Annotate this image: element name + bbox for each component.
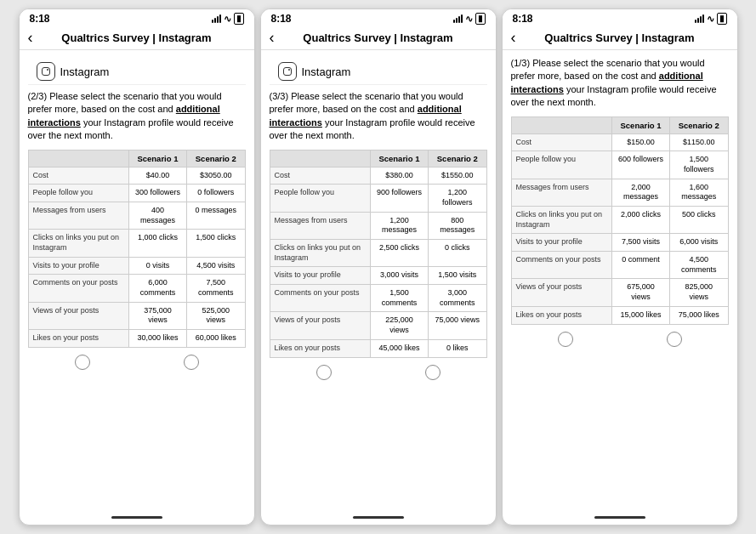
table-cell-6-0: Views of your posts xyxy=(270,312,370,339)
status-bar: 8:18 ∿ ▮ xyxy=(503,9,737,26)
table-cell-7-0: Likes on your posts xyxy=(511,306,612,324)
table-cell-0-2: $1150.00 xyxy=(670,134,728,151)
table-cell-2-2: 1,600 messages xyxy=(670,179,728,206)
radio-button-scenario1[interactable] xyxy=(316,365,332,380)
status-time: 8:18 xyxy=(513,13,533,25)
instagram-logo-inner xyxy=(42,67,50,76)
table-cell-3-0: Clicks on links you put on Instagram xyxy=(270,240,370,267)
table-cell-3-1: 1,000 clicks xyxy=(128,230,186,257)
radio-button-scenario1[interactable] xyxy=(558,332,573,347)
table-cell-5-0: Comments on your posts xyxy=(270,285,370,312)
nav-bar: ‹ Qualtrics Survey | Instagram xyxy=(503,26,737,50)
prompt-text: (3/3) Please select the scenario that yo… xyxy=(270,90,487,143)
prompt-bold: additional interactions xyxy=(270,104,462,127)
table-cell-1-1: 600 followers xyxy=(612,151,670,179)
back-button[interactable]: ‹ xyxy=(28,29,33,47)
table-cell-3-1: 2,500 clicks xyxy=(370,240,428,267)
table-header-2: Scenario 2 xyxy=(670,116,728,134)
table-cell-7-0: Likes on your posts xyxy=(270,339,370,357)
table-cell-2-0: Messages from users xyxy=(28,202,128,229)
table-header-0 xyxy=(270,150,370,167)
radio-button-scenario2[interactable] xyxy=(667,332,682,347)
status-time: 8:18 xyxy=(271,13,292,25)
table-cell-1-2: 0 followers xyxy=(187,185,245,202)
instagram-logo-icon xyxy=(278,62,297,81)
table-cell-6-1: 225,000 views xyxy=(370,312,428,339)
status-icons: ∿ ▮ xyxy=(695,13,727,25)
home-indicator xyxy=(20,513,254,525)
radio-button-scenario2[interactable] xyxy=(184,355,199,370)
radio-button-scenario1[interactable] xyxy=(75,355,90,370)
table-row: People follow you600 followers1,500 foll… xyxy=(511,151,728,179)
nav-bar: ‹ Qualtrics Survey | Instagram xyxy=(20,26,254,50)
table-row: Comments on your posts0 comment4,500 com… xyxy=(511,252,728,279)
table-cell-0-0: Cost xyxy=(511,134,612,151)
signal-icon xyxy=(212,14,221,23)
instagram-label: Instagram xyxy=(60,65,110,78)
table-cell-2-1: 1,200 messages xyxy=(370,212,428,239)
table-row: Views of your posts225,000 views75,000 v… xyxy=(270,312,486,339)
table-cell-2-0: Messages from users xyxy=(511,179,612,206)
table-cell-2-1: 2,000 messages xyxy=(612,179,670,206)
table-cell-6-2: 525,000 views xyxy=(187,302,245,329)
nav-bar: ‹ Qualtrics Survey | Instagram xyxy=(261,26,496,50)
table-row: Comments on your posts1,500 comments3,00… xyxy=(270,285,486,312)
table-cell-4-2: 6,000 visits xyxy=(670,234,728,252)
table-cell-5-2: 3,000 comments xyxy=(429,285,486,312)
table-cell-7-2: 75,000 likes xyxy=(670,306,728,324)
status-bar: 8:18 ∿ ▮ xyxy=(20,9,254,26)
table-cell-6-1: 675,000 views xyxy=(612,279,670,306)
table-cell-6-2: 75,000 views xyxy=(429,312,486,339)
table-cell-1-0: People follow you xyxy=(28,185,128,202)
instagram-logo-icon xyxy=(37,62,55,81)
table-header-1: Scenario 1 xyxy=(370,150,428,167)
battery-icon: ▮ xyxy=(234,13,244,25)
table-row: Cost$40.00$3050.00 xyxy=(28,167,245,185)
content-area: Instagram (2/3) Please select the scenar… xyxy=(20,50,254,513)
table-cell-6-1: 375,000 views xyxy=(128,302,186,329)
table-cell-3-0: Clicks on links you put on Instagram xyxy=(28,230,128,257)
instagram-logo-dot xyxy=(47,69,48,71)
table-row: People follow you300 followers0 follower… xyxy=(28,185,245,202)
radio-button-scenario2[interactable] xyxy=(425,365,441,380)
table-cell-0-0: Cost xyxy=(28,167,128,185)
screens-container: 8:18 ∿ ▮ ‹ Qualtrics Survey | Instagram xyxy=(0,0,756,534)
table-header-0 xyxy=(28,150,128,167)
wifi-icon: ∿ xyxy=(224,14,231,25)
table-cell-4-0: Visits to your profile xyxy=(270,267,370,285)
home-bar xyxy=(594,516,645,519)
table-cell-7-1: 45,000 likes xyxy=(370,339,428,357)
table-cell-2-2: 0 messages xyxy=(187,202,245,229)
table-cell-1-0: People follow you xyxy=(511,151,612,179)
table-cell-4-0: Visits to your profile xyxy=(28,257,128,275)
table-cell-4-2: 4,500 visits xyxy=(187,257,245,275)
back-button[interactable]: ‹ xyxy=(270,29,275,47)
table-row: Clicks on links you put on Instagram2,00… xyxy=(511,207,728,234)
table-row: Messages from users400 messages0 message… xyxy=(28,202,245,229)
nav-title: Qualtrics Survey | Instagram xyxy=(61,31,211,44)
table-cell-3-2: 0 clicks xyxy=(429,240,486,267)
table-cell-7-2: 0 likes xyxy=(429,339,486,357)
table-cell-3-2: 500 clicks xyxy=(670,207,728,234)
table-cell-3-2: 1,500 clicks xyxy=(187,230,245,257)
survey-table: Scenario 1Scenario 2Cost$40.00$3050.00Pe… xyxy=(28,150,246,348)
instagram-logo-inner xyxy=(283,67,292,76)
survey-table: Scenario 1Scenario 2Cost$150.00$1150.00P… xyxy=(511,116,729,325)
table-cell-5-2: 4,500 comments xyxy=(670,252,728,279)
radio-row xyxy=(511,325,729,350)
table-cell-5-1: 6,000 comments xyxy=(128,275,186,302)
wifi-icon: ∿ xyxy=(465,14,473,25)
instagram-header: Instagram xyxy=(28,57,246,85)
table-row: Likes on your posts30,000 likes60,000 li… xyxy=(28,330,245,348)
table-cell-3-1: 2,000 clicks xyxy=(612,207,670,234)
back-button[interactable]: ‹ xyxy=(511,29,516,47)
phone-screen-screen3: 8:18 ∿ ▮ ‹ Qualtrics Survey | Instagram … xyxy=(502,9,738,525)
table-row: Visits to your profile0 visits4,500 visi… xyxy=(28,257,245,275)
home-indicator xyxy=(503,513,737,525)
prompt-bold: additional interactions xyxy=(511,71,703,94)
table-cell-3-0: Clicks on links you put on Instagram xyxy=(511,207,612,234)
table-cell-7-1: 30,000 likes xyxy=(128,330,186,348)
table-cell-5-0: Comments on your posts xyxy=(511,252,612,279)
table-cell-1-2: 1,200 followers xyxy=(429,185,486,212)
table-row: Messages from users2,000 messages1,600 m… xyxy=(511,179,728,206)
